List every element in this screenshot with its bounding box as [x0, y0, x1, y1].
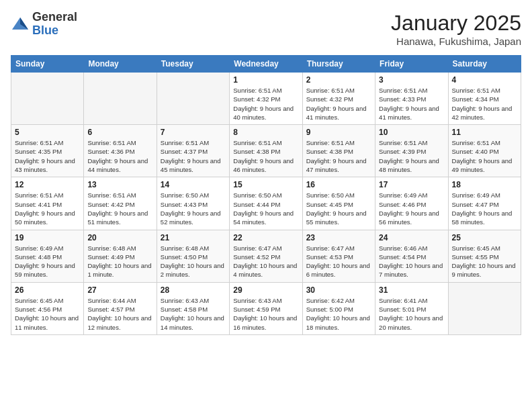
- calendar-header-row: SundayMondayTuesdayWednesdayThursdayFrid…: [11, 56, 521, 73]
- calendar-col-tuesday: Tuesday: [157, 56, 229, 73]
- day-info: Sunrise: 6:44 AM Sunset: 4:57 PM Dayligh…: [87, 296, 152, 332]
- logo-blue-text: Blue: [32, 24, 77, 38]
- logo: General Blue: [11, 11, 77, 38]
- calendar-cell: 29Sunrise: 6:43 AM Sunset: 4:59 PM Dayli…: [230, 282, 302, 334]
- calendar-cell: 30Sunrise: 6:42 AM Sunset: 5:00 PM Dayli…: [302, 282, 375, 334]
- calendar-col-sunday: Sunday: [11, 56, 84, 73]
- calendar-cell: 26Sunrise: 6:45 AM Sunset: 4:56 PM Dayli…: [11, 282, 84, 334]
- day-info: Sunrise: 6:51 AM Sunset: 4:38 PM Dayligh…: [233, 138, 298, 174]
- calendar-cell: 4Sunrise: 6:51 AM Sunset: 4:34 PM Daylig…: [448, 73, 521, 125]
- day-info: Sunrise: 6:51 AM Sunset: 4:36 PM Dayligh…: [87, 138, 152, 174]
- day-number: 28: [161, 285, 226, 295]
- day-number: 29: [233, 285, 298, 295]
- calendar-cell: 18Sunrise: 6:49 AM Sunset: 4:47 PM Dayli…: [448, 177, 521, 230]
- day-info: Sunrise: 6:43 AM Sunset: 4:59 PM Dayligh…: [233, 296, 298, 332]
- day-info: Sunrise: 6:51 AM Sunset: 4:42 PM Dayligh…: [87, 191, 152, 226]
- day-number: 19: [15, 233, 80, 242]
- calendar-cell: 15Sunrise: 6:50 AM Sunset: 4:44 PM Dayli…: [230, 177, 302, 230]
- calendar-cell: 6Sunrise: 6:51 AM Sunset: 4:36 PM Daylig…: [84, 125, 157, 177]
- calendar-table: SundayMondayTuesdayWednesdayThursdayFrid…: [11, 55, 521, 335]
- calendar-cell: 19Sunrise: 6:49 AM Sunset: 4:48 PM Dayli…: [11, 230, 84, 282]
- calendar-cell: 8Sunrise: 6:51 AM Sunset: 4:38 PM Daylig…: [230, 125, 302, 177]
- day-info: Sunrise: 6:51 AM Sunset: 4:38 PM Dayligh…: [306, 138, 371, 174]
- day-number: 11: [452, 128, 517, 137]
- day-info: Sunrise: 6:51 AM Sunset: 4:34 PM Dayligh…: [452, 86, 517, 122]
- day-number: 4: [452, 75, 517, 85]
- calendar-cell: 5Sunrise: 6:51 AM Sunset: 4:35 PM Daylig…: [11, 125, 84, 177]
- calendar-cell: 20Sunrise: 6:48 AM Sunset: 4:49 PM Dayli…: [84, 230, 157, 282]
- day-number: 20: [87, 233, 152, 242]
- calendar-cell: [157, 73, 229, 125]
- day-number: 5: [15, 128, 80, 137]
- day-number: 2: [306, 75, 371, 85]
- calendar-col-saturday: Saturday: [448, 56, 521, 73]
- day-number: 24: [379, 233, 444, 242]
- day-info: Sunrise: 6:51 AM Sunset: 4:32 PM Dayligh…: [306, 86, 371, 122]
- day-info: Sunrise: 6:50 AM Sunset: 4:43 PM Dayligh…: [161, 191, 226, 226]
- day-info: Sunrise: 6:48 AM Sunset: 4:50 PM Dayligh…: [161, 244, 226, 279]
- calendar-cell: [84, 73, 157, 125]
- day-info: Sunrise: 6:49 AM Sunset: 4:48 PM Dayligh…: [15, 244, 80, 279]
- logo-text: General Blue: [32, 11, 77, 38]
- day-info: Sunrise: 6:51 AM Sunset: 4:37 PM Dayligh…: [161, 138, 226, 174]
- day-number: 25: [452, 233, 517, 242]
- day-number: 6: [87, 128, 152, 137]
- day-number: 21: [161, 233, 226, 242]
- calendar-cell: 21Sunrise: 6:48 AM Sunset: 4:50 PM Dayli…: [157, 230, 229, 282]
- day-info: Sunrise: 6:49 AM Sunset: 4:47 PM Dayligh…: [452, 191, 517, 226]
- calendar-cell: 27Sunrise: 6:44 AM Sunset: 4:57 PM Dayli…: [84, 282, 157, 334]
- day-number: 22: [233, 233, 298, 242]
- day-info: Sunrise: 6:51 AM Sunset: 4:35 PM Dayligh…: [15, 138, 80, 174]
- day-number: 10: [379, 128, 444, 137]
- day-number: 9: [306, 128, 371, 137]
- calendar-week-row: 12Sunrise: 6:51 AM Sunset: 4:41 PM Dayli…: [11, 177, 521, 230]
- calendar-cell: 14Sunrise: 6:50 AM Sunset: 4:43 PM Dayli…: [157, 177, 229, 230]
- calendar-week-row: 26Sunrise: 6:45 AM Sunset: 4:56 PM Dayli…: [11, 282, 521, 334]
- header: General Blue January 2025 Hanawa, Fukush…: [11, 11, 521, 47]
- calendar-col-thursday: Thursday: [302, 56, 375, 73]
- day-number: 15: [233, 180, 298, 189]
- calendar-cell: 16Sunrise: 6:50 AM Sunset: 4:45 PM Dayli…: [302, 177, 375, 230]
- day-number: 8: [233, 128, 298, 137]
- calendar-cell: 12Sunrise: 6:51 AM Sunset: 4:41 PM Dayli…: [11, 177, 84, 230]
- calendar-cell: 2Sunrise: 6:51 AM Sunset: 4:32 PM Daylig…: [302, 73, 375, 125]
- day-info: Sunrise: 6:46 AM Sunset: 4:54 PM Dayligh…: [379, 244, 444, 279]
- calendar-week-row: 1Sunrise: 6:51 AM Sunset: 4:32 PM Daylig…: [11, 73, 521, 125]
- day-info: Sunrise: 6:49 AM Sunset: 4:46 PM Dayligh…: [379, 191, 444, 226]
- calendar-col-wednesday: Wednesday: [230, 56, 302, 73]
- calendar-cell: 28Sunrise: 6:43 AM Sunset: 4:58 PM Dayli…: [157, 282, 229, 334]
- calendar-week-row: 5Sunrise: 6:51 AM Sunset: 4:35 PM Daylig…: [11, 125, 521, 177]
- day-number: 30: [306, 285, 371, 295]
- location-title: Hanawa, Fukushima, Japan: [391, 36, 521, 47]
- calendar-col-monday: Monday: [84, 56, 157, 73]
- day-info: Sunrise: 6:43 AM Sunset: 4:58 PM Dayligh…: [161, 296, 226, 332]
- day-info: Sunrise: 6:50 AM Sunset: 4:44 PM Dayligh…: [233, 191, 298, 226]
- calendar-cell: 1Sunrise: 6:51 AM Sunset: 4:32 PM Daylig…: [230, 73, 302, 125]
- day-info: Sunrise: 6:42 AM Sunset: 5:00 PM Dayligh…: [306, 296, 371, 332]
- calendar-cell: 23Sunrise: 6:47 AM Sunset: 4:53 PM Dayli…: [302, 230, 375, 282]
- calendar-cell: 7Sunrise: 6:51 AM Sunset: 4:37 PM Daylig…: [157, 125, 229, 177]
- day-info: Sunrise: 6:41 AM Sunset: 5:01 PM Dayligh…: [379, 296, 444, 332]
- day-number: 3: [379, 75, 444, 85]
- day-info: Sunrise: 6:48 AM Sunset: 4:49 PM Dayligh…: [87, 244, 152, 279]
- day-number: 12: [15, 180, 80, 189]
- day-number: 18: [452, 180, 517, 189]
- calendar-week-row: 19Sunrise: 6:49 AM Sunset: 4:48 PM Dayli…: [11, 230, 521, 282]
- day-info: Sunrise: 6:47 AM Sunset: 4:52 PM Dayligh…: [233, 244, 298, 279]
- calendar-cell: 3Sunrise: 6:51 AM Sunset: 4:33 PM Daylig…: [375, 73, 448, 125]
- day-info: Sunrise: 6:51 AM Sunset: 4:40 PM Dayligh…: [452, 138, 517, 174]
- calendar-cell: 17Sunrise: 6:49 AM Sunset: 4:46 PM Dayli…: [375, 177, 448, 230]
- calendar-cell: [448, 282, 521, 334]
- day-info: Sunrise: 6:45 AM Sunset: 4:55 PM Dayligh…: [452, 244, 517, 279]
- calendar-cell: 24Sunrise: 6:46 AM Sunset: 4:54 PM Dayli…: [375, 230, 448, 282]
- day-number: 1: [233, 75, 298, 85]
- day-info: Sunrise: 6:47 AM Sunset: 4:53 PM Dayligh…: [306, 244, 371, 279]
- day-info: Sunrise: 6:51 AM Sunset: 4:41 PM Dayligh…: [15, 191, 80, 226]
- page: General Blue January 2025 Hanawa, Fukush…: [0, 0, 532, 411]
- calendar-cell: 9Sunrise: 6:51 AM Sunset: 4:38 PM Daylig…: [302, 125, 375, 177]
- calendar-cell: 13Sunrise: 6:51 AM Sunset: 4:42 PM Dayli…: [84, 177, 157, 230]
- day-number: 17: [379, 180, 444, 189]
- logo-icon: [11, 15, 30, 34]
- day-number: 23: [306, 233, 371, 242]
- day-info: Sunrise: 6:51 AM Sunset: 4:32 PM Dayligh…: [233, 86, 298, 122]
